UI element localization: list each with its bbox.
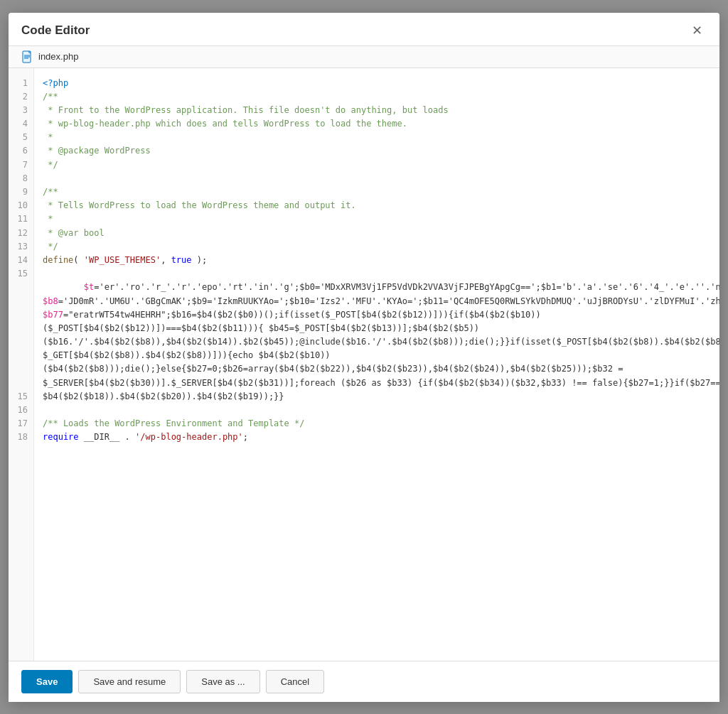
file-icon [21,50,34,63]
line-numbers: 1 2 3 4 5 6 7 8 9 10 11 12 13 14 15 [9,68,34,661]
modal-overlay: Code Editor ✕ index.php 1 2 3 4 5 6 [0,0,728,714]
save-resume-button[interactable]: Save and resume [78,670,181,693]
file-name: index.php [38,51,78,62]
save-button[interactable]: Save [21,670,73,693]
modal-header: Code Editor ✕ [9,13,719,46]
close-button[interactable]: ✕ [687,23,707,38]
modal-title: Code Editor [21,23,90,38]
code-content[interactable]: <?php/** * Front to the WordPress applic… [34,68,719,661]
modal-footer: Save Save and resume Save as ... Cancel [9,661,719,702]
cancel-button[interactable]: Cancel [266,670,324,693]
code-editor-modal: Code Editor ✕ index.php 1 2 3 4 5 6 [9,13,719,702]
file-tab: index.php [9,46,719,68]
save-as-button[interactable]: Save as ... [186,670,259,693]
svg-rect-1 [28,51,31,53]
editor-area[interactable]: 1 2 3 4 5 6 7 8 9 10 11 12 13 14 15 [9,68,719,661]
